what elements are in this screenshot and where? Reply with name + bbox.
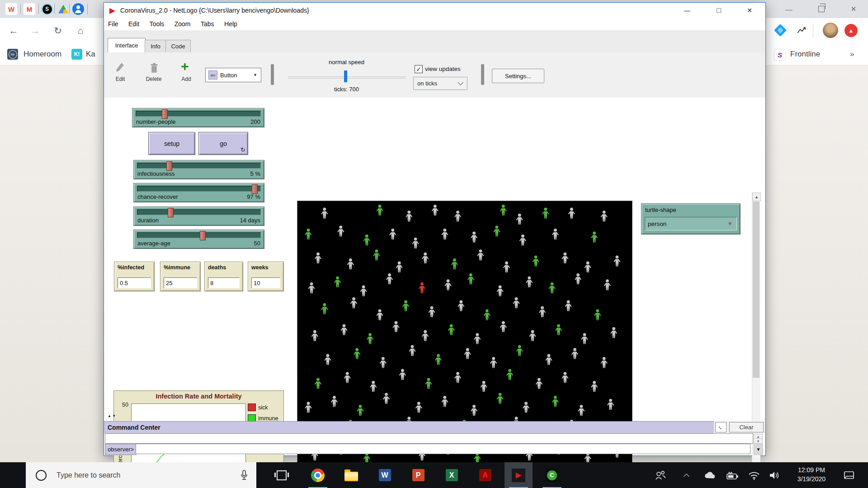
tab-code[interactable]: Code <box>165 40 191 52</box>
observer-prompt[interactable]: observer> <box>105 444 137 455</box>
turtle-shape-chooser[interactable]: turtle-shape person ▼ <box>641 203 741 235</box>
slider-average-age[interactable]: average-age 50 <box>133 230 264 249</box>
close-button[interactable]: ✕ <box>739 3 760 18</box>
taskbar-word-icon[interactable]: W <box>371 462 399 488</box>
taskbar-excel-icon[interactable]: X <box>438 462 466 488</box>
bookmarks-overflow-icon[interactable]: » <box>850 50 854 59</box>
widget-type-dropdown[interactable]: abc Button ▼ <box>205 68 261 82</box>
update-mode-dropdown[interactable]: on ticks <box>413 77 467 90</box>
browser-minimize-button[interactable]: — <box>779 2 799 16</box>
browser-close-button[interactable]: ✕ <box>844 2 863 16</box>
gmail-favicon[interactable]: M <box>24 3 35 15</box>
edit-pencil-icon[interactable] <box>116 62 125 74</box>
tray-battery-icon[interactable] <box>724 462 741 488</box>
taskbar-file-explorer-icon[interactable] <box>337 462 365 488</box>
slider-handle[interactable] <box>166 161 172 171</box>
action-center-icon[interactable] <box>839 462 859 488</box>
command-center-splitter[interactable]: ▲ ▼ <box>108 414 116 418</box>
reload-icon[interactable]: ↻ <box>51 23 65 38</box>
kahoot-bookmark[interactable]: Ka <box>86 50 95 59</box>
browser-restore-button[interactable] <box>811 2 831 16</box>
setup-button[interactable]: setup <box>148 132 195 155</box>
account-favicon[interactable] <box>72 3 84 15</box>
menu-edit[interactable]: Edit <box>124 19 143 29</box>
view-updates-label[interactable]: view updates <box>425 66 461 72</box>
slider-handle[interactable] <box>252 184 258 194</box>
tab-info[interactable]: Info <box>145 40 166 52</box>
delete-trash-icon[interactable] <box>150 62 159 74</box>
menu-help[interactable]: Help <box>220 19 241 29</box>
netlogo-titlebar: ▶ CoronaVirus_2.0 - NetLogo {C:\Users\la… <box>104 3 765 19</box>
minimize-button[interactable]: — <box>677 3 698 18</box>
tray-volume-icon[interactable] <box>767 462 783 488</box>
slider-infectiousness[interactable]: infectiousness 5 % <box>133 160 264 179</box>
chooser-dropdown[interactable]: person ▼ <box>645 217 737 230</box>
monitor-deaths: deaths 8 <box>204 262 243 291</box>
tray-people-icon[interactable] <box>652 462 669 488</box>
speed-slider-thumb[interactable] <box>344 70 347 82</box>
expand-icon: ↔ <box>717 423 726 432</box>
maximize-button[interactable]: □ <box>708 3 729 18</box>
tray-chevron-up-icon[interactable] <box>678 462 694 488</box>
clock-time: 12:09 PM <box>787 465 836 474</box>
go-button[interactable]: go ↻ <box>198 132 248 155</box>
taskbar-netlogo-icon[interactable]: ▶ <box>505 462 533 488</box>
task-view-button[interactable] <box>268 462 296 488</box>
settings-button[interactable]: Settings... <box>492 69 544 83</box>
tray-onedrive-icon[interactable] <box>702 462 718 488</box>
tray-wifi-icon[interactable] <box>746 462 762 488</box>
monitor-label: weeks <box>251 264 269 271</box>
google-drive-favicon[interactable] <box>57 3 69 15</box>
frontline-bookmark[interactable]: Frontline <box>790 50 820 59</box>
monitor-label: deaths <box>208 264 226 271</box>
delete-tool-label[interactable]: Delete <box>141 76 167 82</box>
tab-interface[interactable]: Interface <box>108 38 146 52</box>
menu-tabs[interactable]: Tabs <box>197 19 218 29</box>
add-plus-icon[interactable]: + <box>181 59 189 74</box>
output-scroll-down-icon[interactable]: ▼ <box>754 438 763 444</box>
scroll-up-icon[interactable]: ▲ <box>752 192 761 201</box>
avatar[interactable] <box>823 23 838 38</box>
slider-handle[interactable] <box>162 109 168 119</box>
taskbar-chrome-icon[interactable] <box>304 462 332 488</box>
edit-tool-label[interactable]: Edit <box>108 76 132 82</box>
clear-button[interactable]: Clear <box>729 422 764 432</box>
taskbar-clock[interactable]: 12:09 PM 3/19/2020 <box>787 465 836 483</box>
command-center-expand-button[interactable]: ↔ <box>715 422 726 432</box>
command-center-title: Command Center <box>108 424 160 431</box>
forward-icon[interactable]: → <box>28 23 42 38</box>
tab-separator <box>69 4 70 14</box>
skype-favicon[interactable]: S <box>41 3 53 15</box>
kahoot-bookmark-icon[interactable]: K! <box>71 49 82 60</box>
extension-zigzag-icon[interactable] <box>797 26 807 34</box>
slider-handle[interactable] <box>200 231 206 240</box>
add-tool-label[interactable]: Add <box>175 76 198 82</box>
tab-separator <box>38 4 39 14</box>
frontline-bookmark-icon[interactable]: S <box>774 49 786 61</box>
command-input[interactable] <box>136 444 750 454</box>
slider-number-people[interactable]: number-people 200 <box>132 108 264 127</box>
taskbar-camtasia-icon[interactable]: C <box>538 462 566 488</box>
taskbar-acrobat-icon[interactable]: A <box>471 462 499 488</box>
scrollbar-thumb[interactable] <box>753 202 760 378</box>
home-icon[interactable]: ⌂ <box>73 23 88 38</box>
weebly-favicon[interactable]: W <box>5 3 17 15</box>
netlogo-app-icon: ▶ <box>109 6 115 15</box>
back-icon[interactable]: ← <box>6 23 21 38</box>
menu-zoom[interactable]: Zoom <box>170 19 195 29</box>
command-history-dropdown-icon[interactable]: ▼ <box>754 444 763 455</box>
command-center-header[interactable]: Command Center <box>104 421 714 433</box>
menu-file[interactable]: File <box>104 19 123 29</box>
view-updates-checkbox[interactable]: ✓ <box>415 65 423 73</box>
taskbar-search[interactable]: Type here to search <box>26 462 256 488</box>
homeroom-bookmark[interactable]: Homeroom <box>24 50 61 59</box>
extension-up-arrow-icon[interactable]: ▲ <box>844 24 858 37</box>
homeroom-bookmark-icon[interactable]: Hr <box>7 49 18 60</box>
mic-icon[interactable] <box>240 470 248 481</box>
slider-duration[interactable]: duration 14 days <box>133 206 264 226</box>
slider-chance-recover[interactable]: chance-recover 97 % <box>133 183 264 202</box>
taskbar-powerpoint-icon[interactable]: P <box>404 462 432 488</box>
slider-handle[interactable] <box>168 208 174 217</box>
menu-tools[interactable]: Tools <box>146 19 169 29</box>
extension-diamond-icon[interactable] <box>774 24 787 37</box>
